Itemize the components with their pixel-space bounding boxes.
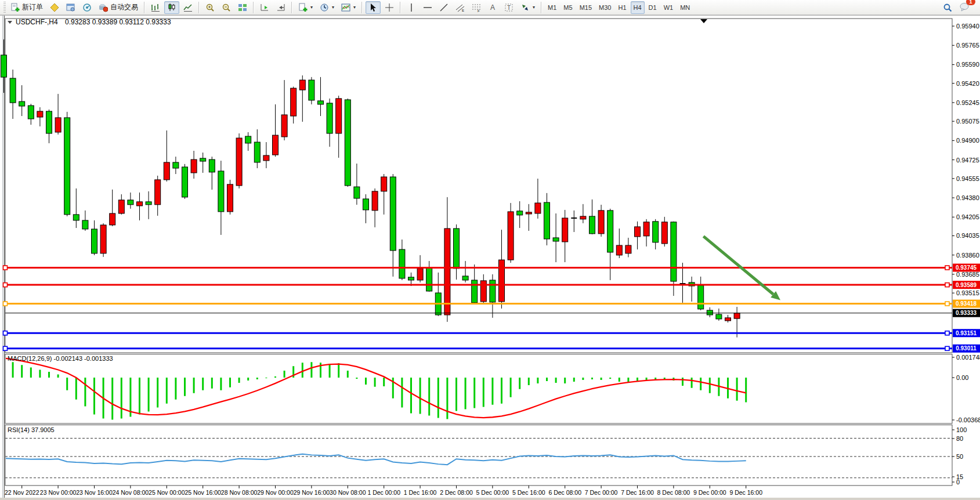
new-order-button[interactable]: 新订单: [8, 1, 46, 14]
svg-text:23 Nov 16:00: 23 Nov 16:00: [76, 489, 113, 496]
search-button[interactable]: [940, 1, 955, 14]
rsi-label: RSI(14) 37.9005: [8, 426, 55, 433]
vertical-line-icon: [407, 3, 416, 12]
text-label-tool-button[interactable]: T: [501, 1, 516, 14]
auto-scroll-icon: [260, 3, 269, 12]
strategy-tester-button[interactable]: [79, 1, 95, 14]
svg-text:7 Dec 00:00: 7 Dec 00:00: [585, 489, 618, 496]
indicator-template-button[interactable]: ▾: [338, 1, 359, 14]
timeframe-H4[interactable]: H4: [631, 1, 645, 14]
toolbar-separator: [400, 2, 401, 13]
svg-text:24 Nov 08:00: 24 Nov 08:00: [113, 489, 149, 496]
bar-chart-icon: [151, 3, 160, 12]
arrows-tool-button[interactable]: ▾: [518, 1, 538, 14]
chart-title-symbol: USDCHF-,H4: [16, 18, 58, 26]
candlestick-chart-icon: [167, 3, 176, 12]
price-axis: 0.959400.957650.955900.954200.952450.950…: [952, 23, 979, 296]
auto-trading-button[interactable]: 自动交易: [96, 1, 141, 14]
timeframe-H1[interactable]: H1: [615, 1, 629, 14]
text-tool-button[interactable]: A: [485, 1, 500, 14]
equidistant-channel-tool-button[interactable]: E: [453, 1, 468, 14]
notification-badge: 1: [966, 0, 975, 5]
bar-chart-button[interactable]: [148, 1, 163, 14]
svg-text:0.93515: 0.93515: [956, 289, 979, 296]
hline-handle[interactable]: [945, 266, 949, 270]
hline-handle[interactable]: [945, 331, 949, 335]
svg-text:A: A: [490, 3, 495, 12]
svg-text:E: E: [462, 9, 464, 12]
svg-text:2 Dec 08:00: 2 Dec 08:00: [440, 489, 473, 496]
timeframe-M1[interactable]: M1: [545, 1, 559, 14]
timeframe-D1[interactable]: D1: [646, 1, 660, 14]
svg-text:25 Nov 00:00: 25 Nov 00:00: [149, 489, 185, 496]
new-chart-icon: [298, 3, 308, 12]
terminal-button[interactable]: [63, 1, 78, 14]
line-chart-button[interactable]: [180, 1, 196, 14]
svg-text:6 Dec 08:00: 6 Dec 08:00: [548, 489, 581, 496]
text-label-icon: T: [504, 3, 513, 12]
svg-text:25 Nov 16:00: 25 Nov 16:00: [185, 489, 221, 496]
zoom-out-button[interactable]: [219, 1, 234, 14]
hline-handle[interactable]: [3, 266, 8, 270]
svg-text:0.00: 0.00: [956, 374, 968, 381]
svg-text:0: 0: [956, 479, 960, 485]
chart-shift-button[interactable]: [273, 1, 288, 14]
mt4-terminal: 0.959400.957650.955900.954200.952450.950…: [0, 0, 980, 500]
svg-text:0.95590: 0.95590: [956, 61, 979, 68]
metaeditor-button[interactable]: [47, 1, 62, 14]
svg-text:8 Dec 08:00: 8 Dec 08:00: [657, 489, 690, 496]
timeframe-toolbar: M1M5M15M30H1H4D1W1MN: [544, 1, 693, 14]
auto-trading-icon: [99, 3, 108, 12]
timeframe-M30[interactable]: M30: [596, 1, 614, 14]
svg-text:0.94380: 0.94380: [956, 194, 979, 201]
tile-windows-button[interactable]: [235, 1, 250, 14]
hline-handle[interactable]: [945, 302, 949, 306]
profiles-button[interactable]: ▾: [317, 1, 337, 14]
svg-text:0.001748: 0.001748: [956, 354, 980, 361]
toolbar-separator: [253, 2, 254, 13]
timeframe-MN[interactable]: MN: [677, 1, 693, 14]
svg-text:50: 50: [956, 453, 963, 460]
fibonacci-tool-button[interactable]: F: [469, 1, 484, 14]
auto-scroll-button[interactable]: [257, 1, 272, 14]
hline-handle[interactable]: [3, 331, 8, 335]
candlestick-chart-button[interactable]: [164, 1, 179, 14]
hline-handle[interactable]: [3, 346, 8, 350]
zoom-in-button[interactable]: [202, 1, 218, 14]
horizontal-line-tool-button[interactable]: [420, 1, 435, 14]
zoom-out-icon: [222, 3, 231, 12]
svg-text:9 Dec 00:00: 9 Dec 00:00: [693, 489, 726, 496]
vertical-line-tool-button[interactable]: [404, 1, 419, 14]
chart-shift-icon: [276, 3, 285, 12]
dropdown-caret: ▾: [332, 5, 334, 10]
svg-text:F: F: [478, 9, 480, 12]
crosshair-icon: [385, 3, 394, 12]
strategy-tester-icon: [82, 3, 92, 12]
toolbar-separator: [541, 2, 542, 13]
toolbar-separator: [291, 2, 292, 13]
new-chart-button[interactable]: ▾: [295, 1, 316, 14]
profiles-clock-icon: [320, 3, 329, 12]
metaeditor-icon: [50, 3, 59, 12]
tile-windows-icon: [238, 3, 247, 12]
hline-handle[interactable]: [3, 283, 8, 287]
notifications-button[interactable]: 1: [956, 1, 971, 13]
hline-handle[interactable]: [945, 346, 949, 350]
cursor-icon: [368, 3, 378, 12]
toolbar-separator: [361, 2, 363, 13]
timeframe-M5[interactable]: M5: [560, 1, 575, 14]
svg-text:30 Nov 08:00: 30 Nov 08:00: [330, 489, 366, 496]
chart-area[interactable]: 0.959400.957650.955900.954200.952450.950…: [0, 0, 980, 500]
cursor-button[interactable]: [366, 1, 381, 14]
trendline-tool-button[interactable]: [436, 1, 451, 14]
dropdown-caret: ▾: [310, 5, 313, 10]
chart-title-ohlc: 0.93283 0.93389 0.93112 0.93333: [65, 18, 171, 26]
timeframe-W1[interactable]: W1: [661, 1, 677, 14]
indicator-template-icon: [341, 3, 350, 12]
hline-handle[interactable]: [945, 283, 949, 287]
toolbar-separator: [198, 2, 200, 13]
crosshair-button[interactable]: [382, 1, 397, 14]
hline-handle[interactable]: [3, 302, 8, 306]
timeframe-M15[interactable]: M15: [577, 1, 595, 14]
horizontal-line-icon: [423, 3, 432, 12]
